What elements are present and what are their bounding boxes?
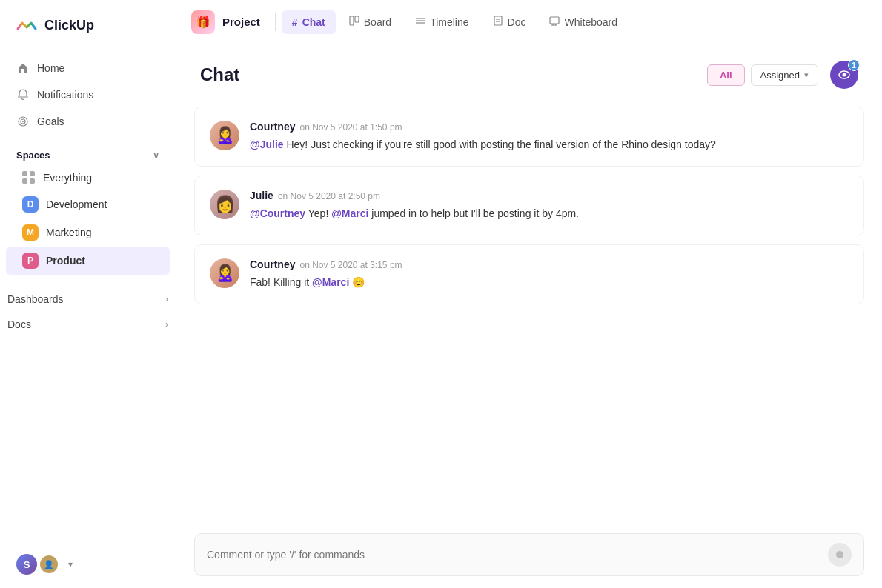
development-badge: D [22,196,39,213]
user-avatar-primary: S [15,552,39,576]
tab-board[interactable]: Board [339,10,402,34]
assigned-label: Assigned [760,70,800,81]
product-label: Product [46,255,85,267]
message-time: on Nov 5 2020 at 3:15 pm [299,260,402,270]
mention-marci-2: @Marci [312,276,349,288]
watchers-button[interactable]: 1 [830,61,858,89]
sidebar-item-product[interactable]: P Product [6,247,170,275]
message-content: Courtney on Nov 5 2020 at 3:15 pm Fab! K… [250,258,849,290]
message-emoji: 😊 [352,276,365,288]
whiteboard-tab-label: Whiteboard [564,16,617,28]
eye-icon [838,68,851,81]
goals-label: Goals [37,116,64,127]
svg-point-17 [843,73,846,77]
watchers-badge: 1 [848,59,860,71]
message-header: Courtney on Nov 5 2020 at 3:15 pm [250,258,849,270]
timeline-tab-icon [415,16,425,28]
sidebar: ClickUp Home Notifications Goals Spaces … [0,0,176,588]
message-card: 👩 Julie on Nov 5 2020 at 2:50 pm @Courtn… [194,176,864,235]
marketing-badge: M [22,224,39,241]
sidebar-item-dashboards[interactable]: Dashboards › [0,287,176,312]
chat-header: Chat All Assigned ▾ 1 [176,44,882,101]
sidebar-item-goals[interactable]: Goals [9,108,167,135]
logo[interactable]: ClickUp [0,0,176,50]
message-card: 🙎‍♀️ Courtney on Nov 5 2020 at 1:50 pm @… [194,107,864,167]
svg-point-3 [22,121,24,122]
chat-input-area [176,524,882,588]
whiteboard-tab-icon [549,16,560,28]
svg-rect-12 [550,17,559,24]
message-body-2b: jumped in to help but I'll be posting it… [371,207,579,219]
mention-julie: @Julie [250,138,284,150]
chat-title: Chat [200,64,239,85]
message-header: Courtney on Nov 5 2020 at 1:50 pm [250,121,849,133]
sidebar-sections: Dashboards › Docs › [0,287,176,337]
doc-tab-label: Doc [508,16,526,28]
mention-marci: @Marci [331,207,368,219]
sidebar-nav: Home Notifications Goals [0,50,176,139]
main-content: 🎁 Project # Chat Board Timeline Doc [176,0,882,588]
timeline-tab-label: Timeline [430,16,468,28]
message-author: Julie [250,190,273,201]
everything-icon [22,171,36,184]
everything-label: Everything [43,172,92,184]
message-body-1: Hey! Just checking if you're still good … [286,138,715,150]
sidebar-item-home[interactable]: Home [9,55,167,81]
user-chevron-icon: ▾ [68,559,73,569]
svg-point-18 [836,551,843,558]
send-button[interactable] [828,543,852,567]
sidebar-item-docs[interactable]: Docs › [0,312,176,337]
tab-whiteboard[interactable]: Whiteboard [539,10,628,34]
tab-divider [275,13,276,31]
home-icon [16,61,30,75]
chat-area: Chat All Assigned ▾ 1 🙎‍♀️ [176,44,882,588]
sidebar-item-development[interactable]: D Development [6,190,170,218]
notifications-label: Notifications [37,89,93,101]
product-badge: P [22,253,39,269]
assigned-chevron-icon: ▾ [804,70,809,80]
sidebar-item-marketing[interactable]: M Marketing [6,218,170,247]
filter-all-button[interactable]: All [707,64,745,86]
spaces-chevron-icon[interactable]: ∨ [153,150,159,161]
spaces-section-header: Spaces ∨ [0,139,176,165]
svg-rect-9 [494,16,502,25]
message-body-3a: Fab! Killing it [250,276,312,288]
spaces-label: Spaces [16,150,50,161]
message-time: on Nov 5 2020 at 2:50 pm [278,191,380,201]
message-header: Julie on Nov 5 2020 at 2:50 pm [250,190,849,201]
chat-input-box [194,533,864,576]
chat-tab-label: Chat [302,16,325,28]
dashboards-arrow-icon: › [165,294,168,304]
message-text: @Julie Hey! Just checking if you're stil… [250,137,849,153]
goals-icon [16,115,30,128]
marketing-label: Marketing [46,227,91,238]
tab-doc[interactable]: Doc [483,10,537,34]
courtney-avatar-2: 🙎‍♀️ [210,258,239,288]
project-title: Project [222,16,260,28]
clickup-logo-icon [15,13,39,37]
courtney-avatar: 🙎‍♀️ [210,121,239,150]
tab-chat[interactable]: # Chat [282,10,336,34]
message-time: on Nov 5 2020 at 1:50 pm [299,122,402,133]
tab-timeline[interactable]: Timeline [405,10,479,34]
chat-input[interactable] [207,549,828,561]
doc-tab-icon [493,16,503,28]
docs-arrow-icon: › [165,319,168,330]
bell-icon [16,88,30,101]
topbar: 🎁 Project # Chat Board Timeline Doc [176,0,882,44]
message-text: Fab! Killing it @Marci 😊 [250,275,849,290]
home-label: Home [37,62,64,74]
user-profile-area[interactable]: S 👤 ▾ [0,541,176,588]
sidebar-item-everything[interactable]: Everything [6,165,170,190]
sidebar-item-notifications[interactable]: Notifications [9,81,167,108]
message-text: @Courtney Yep! @Marci jumped in to help … [250,206,849,221]
send-icon [835,549,845,560]
spaces-list: Everything D Development M Marketing P P… [0,165,176,275]
chat-controls: All Assigned ▾ 1 [707,61,858,89]
chat-tab-icon: # [292,16,298,28]
user-avatar-secondary: 👤 [39,554,59,575]
app-name: ClickUp [44,18,94,33]
filter-assigned-button[interactable]: Assigned ▾ [751,64,818,86]
message-content: Courtney on Nov 5 2020 at 1:50 pm @Julie… [250,121,849,153]
messages-list: 🙎‍♀️ Courtney on Nov 5 2020 at 1:50 pm @… [176,101,882,524]
